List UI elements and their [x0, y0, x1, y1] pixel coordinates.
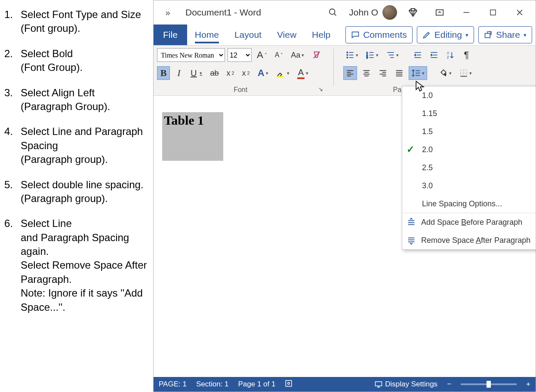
step-number: 6. — [3, 217, 21, 314]
underline-button[interactable]: U▾ — [188, 66, 205, 80]
shrink-font-button[interactable]: A˅ — [272, 48, 286, 62]
grow-font-button[interactable]: A˄ — [254, 48, 270, 62]
close-icon[interactable] — [506, 2, 533, 23]
decrease-indent-button[interactable] — [411, 48, 425, 62]
font-group: Times New Roman 12 A˄ A˅ Aa▾ B I U▾ — [157, 48, 324, 95]
titlebar: » Document1 - Word John O — [154, 0, 536, 24]
line-spacing-option-selected[interactable]: ✓2.0 — [402, 141, 536, 159]
zoom-slider[interactable] — [461, 383, 517, 385]
check-icon: ✓ — [407, 144, 414, 155]
line-spacing-option[interactable]: 1.0 — [402, 86, 536, 104]
sort-button[interactable]: AZ — [444, 48, 457, 62]
increase-indent-button[interactable] — [427, 48, 441, 62]
status-section[interactable]: Section: 1 — [196, 380, 229, 389]
account-user[interactable]: John O — [349, 5, 397, 20]
font-group-label: Font ↘ — [157, 84, 324, 95]
svg-point-63 — [288, 382, 290, 384]
line-spacing-options-button[interactable]: Line Spacing Options... — [402, 195, 536, 213]
numbering-button[interactable]: 123▾ — [363, 48, 381, 62]
line-spacing-option[interactable]: 1.5 — [402, 122, 536, 141]
search-icon[interactable] — [320, 2, 346, 23]
step-number: 3. — [3, 86, 21, 114]
subscript-button[interactable]: x2 — [224, 66, 237, 80]
document-text[interactable]: Table 1 — [164, 113, 204, 128]
change-case-button[interactable]: Aa▾ — [288, 48, 307, 62]
svg-point-18 — [347, 57, 348, 58]
tab-help[interactable]: Help — [304, 24, 338, 45]
svg-rect-8 — [490, 10, 496, 15]
comments-label: Comments — [363, 30, 407, 40]
step-text: Select Font Type and Size (Font group). — [21, 8, 150, 36]
svg-rect-64 — [376, 382, 382, 386]
clear-formatting-button[interactable] — [309, 48, 324, 62]
macro-icon[interactable] — [285, 380, 293, 389]
status-page-of[interactable]: Page 1 of 1 — [238, 380, 276, 389]
tab-layout[interactable]: Layout — [227, 24, 269, 45]
step-text: Select double line spacing. (Paragraph g… — [21, 178, 150, 206]
borders-button[interactable]: ▾ — [457, 66, 474, 80]
step-text: Select Bold (Font Group). — [21, 47, 150, 75]
bold-button[interactable]: B — [157, 66, 170, 80]
comments-button[interactable]: Comments — [345, 26, 413, 43]
font-size-select[interactable]: 12 — [228, 48, 252, 62]
step-text: Select Align Left (Paragraph Group). — [21, 86, 150, 114]
line-spacing-button[interactable]: ▾ — [409, 66, 427, 80]
step-number: 1. — [3, 8, 21, 36]
avatar — [382, 5, 397, 20]
status-bar: PAGE: 1 Section: 1 Page 1 of 1 Display S… — [154, 377, 536, 392]
chevron-down-icon: ▾ — [465, 32, 468, 38]
maximize-icon[interactable] — [480, 2, 506, 23]
font-name-select[interactable]: Times New Roman — [157, 48, 225, 62]
step-number: 4. — [3, 125, 21, 166]
svg-rect-6 — [436, 10, 444, 15]
add-space-before-button[interactable]: Add Space Before Paragraph — [402, 213, 536, 231]
strikethrough-button[interactable]: ab — [207, 66, 221, 80]
tab-home[interactable]: Home — [187, 24, 227, 45]
align-left-button[interactable] — [343, 66, 357, 80]
svg-line-1 — [334, 14, 336, 16]
bullets-button[interactable]: ▾ — [343, 48, 361, 62]
font-color-button[interactable]: A▾ — [295, 66, 311, 80]
line-spacing-option[interactable]: 2.5 — [402, 159, 536, 177]
step-number: 5. — [3, 178, 21, 206]
tab-view[interactable]: View — [269, 24, 304, 45]
zoom-in-button[interactable]: + — [526, 380, 530, 389]
document-title: Document1 - Word — [185, 7, 261, 18]
svg-point-16 — [347, 55, 348, 56]
svg-point-0 — [330, 9, 335, 15]
svg-rect-62 — [286, 380, 292, 386]
align-center-button[interactable] — [360, 66, 373, 80]
editing-button[interactable]: Editing ▾ — [417, 26, 474, 43]
step-number: 2. — [3, 47, 21, 75]
tab-file[interactable]: File — [154, 24, 187, 45]
shading-button[interactable]: ▾ — [437, 66, 454, 80]
line-spacing-option[interactable]: 1.15 — [402, 104, 536, 122]
justify-button[interactable] — [392, 66, 406, 80]
premium-diamond-icon[interactable] — [400, 2, 426, 23]
superscript-button[interactable]: x2 — [240, 66, 253, 80]
ribbon-overflow-icon[interactable]: » — [158, 8, 178, 18]
svg-point-14 — [347, 52, 348, 53]
text-effects-button[interactable]: A▾ — [255, 66, 271, 80]
align-right-button[interactable] — [376, 66, 390, 80]
user-name: John O — [349, 7, 378, 18]
chevron-down-icon: ▾ — [524, 32, 527, 38]
remove-space-after-button[interactable]: Remove Space After Paragraph — [402, 231, 536, 249]
share-label: Share — [496, 30, 520, 40]
tab-row: File Home Layout View Help Comments Edit… — [154, 24, 536, 45]
zoom-out-button[interactable]: − — [447, 380, 451, 389]
ribbon-display-icon[interactable] — [426, 2, 453, 23]
svg-text:3: 3 — [367, 56, 368, 59]
show-hide-button[interactable]: ¶ — [460, 48, 473, 62]
svg-rect-13 — [277, 76, 284, 77]
display-settings-button[interactable]: Display Settings — [375, 380, 437, 389]
highlight-button[interactable]: ▾ — [274, 66, 292, 80]
minimize-icon[interactable] — [453, 2, 480, 23]
dialog-launcher-icon[interactable]: ↘ — [318, 86, 323, 92]
multilevel-list-button[interactable]: ▾ — [384, 48, 401, 62]
italic-button[interactable]: I — [173, 66, 185, 80]
share-button[interactable]: Share ▾ — [478, 26, 532, 43]
line-spacing-option[interactable]: 3.0 — [402, 177, 536, 195]
svg-rect-11 — [485, 34, 490, 38]
status-page[interactable]: PAGE: 1 — [159, 380, 187, 389]
